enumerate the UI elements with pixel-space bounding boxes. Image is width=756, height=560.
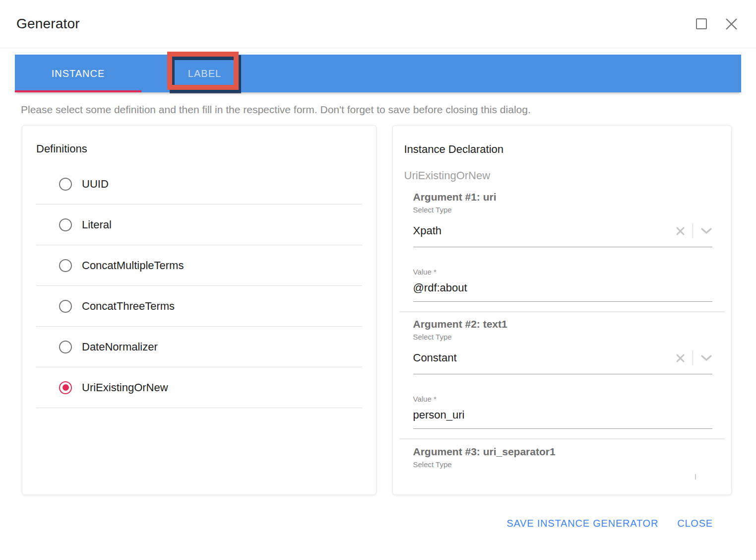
- definition-option-datenormalizer[interactable]: DateNormalizer: [36, 327, 362, 367]
- tab-label[interactable]: LABEL: [141, 55, 268, 92]
- value-label: Value *: [413, 395, 713, 403]
- section-divider: [399, 438, 725, 439]
- type-select[interactable]: Constant: [413, 350, 713, 374]
- select-divider: [693, 350, 693, 365]
- instance-declaration-card: Instance Declaration UriExistingOrNew Ar…: [392, 125, 732, 495]
- generator-dialog: Generator INSTANCE LABEL Please select s…: [0, 0, 756, 560]
- definition-option-label: ConcatThreeTerms: [82, 300, 175, 313]
- chevron-down-icon: [700, 354, 712, 361]
- argument-title: Argument #3: uri_separator1: [413, 446, 713, 458]
- definition-option-concatthreeterms[interactable]: ConcatThreeTerms: [36, 286, 362, 327]
- definitions-card: Definitions UUID Literal ConcatMultipleT…: [22, 125, 377, 495]
- select-type-label: Select Type: [413, 333, 713, 341]
- select-type-label: Select Type: [413, 206, 713, 214]
- clear-button[interactable]: [676, 226, 685, 236]
- clear-x-icon: [676, 353, 685, 363]
- definition-option-concatmultipleterms[interactable]: ConcatMultipleTerms: [36, 245, 362, 286]
- definition-option-label: UriExistingOrNew: [82, 381, 168, 394]
- type-select-value: Constant: [413, 351, 457, 364]
- radio-selected-icon[interactable]: [59, 381, 72, 394]
- select-divider: [693, 223, 693, 238]
- tab-instance[interactable]: INSTANCE: [15, 55, 141, 92]
- footer-close-button[interactable]: CLOSE: [677, 518, 713, 529]
- definition-option-literal[interactable]: Literal: [36, 205, 362, 245]
- definition-option-uriexistingornew[interactable]: UriExistingOrNew: [36, 367, 362, 408]
- value-label: Value *: [413, 268, 713, 276]
- radio-icon[interactable]: [59, 178, 72, 191]
- close-button[interactable]: [725, 17, 738, 31]
- dialog-footer: SAVE INSTANCE GENERATOR CLOSE: [0, 518, 756, 529]
- dialog-body: Definitions UUID Literal ConcatMultipleT…: [22, 125, 732, 495]
- save-instance-generator-button[interactable]: SAVE INSTANCE GENERATOR: [506, 518, 658, 529]
- value-input[interactable]: @rdf:about: [413, 281, 713, 302]
- dialog-title: Generator: [16, 16, 80, 32]
- dialog-header: Generator: [0, 0, 756, 48]
- definition-option-label: ConcatMultipleTerms: [82, 259, 184, 272]
- generator-name: UriExistingOrNew: [404, 169, 725, 182]
- clear-button[interactable]: [676, 353, 685, 363]
- definition-option-label: UUID: [82, 178, 109, 191]
- active-tab-indicator: [15, 90, 141, 92]
- radio-icon[interactable]: [59, 300, 72, 313]
- maximize-button[interactable]: [696, 18, 707, 29]
- radio-icon[interactable]: [59, 341, 72, 353]
- close-icon: [725, 17, 738, 31]
- type-select[interactable]: Xpath: [413, 223, 713, 247]
- header-actions: [696, 17, 738, 31]
- value-input[interactable]: person_uri: [413, 409, 713, 429]
- radio-icon[interactable]: [59, 259, 72, 272]
- definition-option-label: Literal: [82, 218, 112, 231]
- chevron-down-icon: [700, 227, 712, 234]
- definition-option-label: DateNormalizer: [82, 341, 158, 353]
- dropdown-button[interactable]: [700, 227, 712, 234]
- select-icons: [676, 350, 712, 365]
- definitions-title: Definitions: [36, 142, 362, 155]
- type-select-value: Xpath: [413, 224, 442, 237]
- dropdown-button[interactable]: [700, 354, 712, 361]
- maximize-icon: [696, 18, 707, 29]
- argument-section-3: Argument #3: uri_separator1 Select Type: [413, 446, 713, 469]
- radio-icon[interactable]: [59, 218, 72, 231]
- definition-option-uuid[interactable]: UUID: [36, 164, 362, 205]
- select-divider-partial: [695, 474, 696, 480]
- select-icons: [676, 223, 712, 238]
- argument-title: Argument #1: uri: [413, 191, 713, 203]
- argument-title: Argument #2: text1: [413, 318, 713, 330]
- tab-bar: INSTANCE LABEL: [15, 55, 741, 92]
- argument-section-1: Argument #1: uri Select Type Xpath: [413, 191, 713, 302]
- declaration-title: Instance Declaration: [404, 143, 725, 156]
- argument-section-2: Argument #2: text1 Select Type Constant: [413, 318, 713, 429]
- instruction-text: Please select some definition and then f…: [21, 104, 736, 116]
- clear-x-icon: [676, 226, 685, 236]
- section-divider: [399, 311, 725, 312]
- select-type-label: Select Type: [413, 460, 713, 469]
